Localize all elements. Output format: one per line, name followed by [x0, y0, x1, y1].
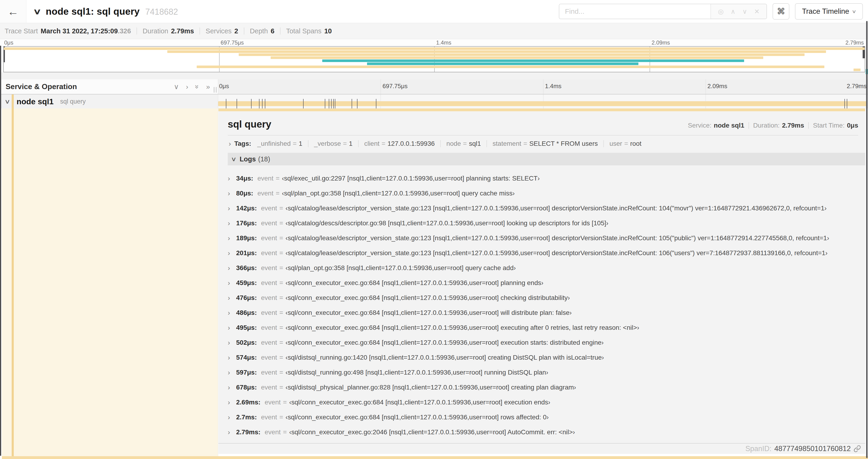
link-icon[interactable]	[854, 445, 861, 453]
log-marker	[335, 99, 335, 108]
service-operation-header: Service & Operation	[6, 82, 77, 91]
log-row[interactable]: ›459μs:event=‹sql/conn_executor_exec.go:…	[228, 275, 865, 290]
tag-value: root	[630, 140, 642, 147]
log-field-equals: =	[279, 309, 283, 317]
trace-collapse-icon[interactable]: ∨	[33, 7, 41, 16]
collapse-all-icon[interactable]: »	[193, 85, 201, 89]
detail-meta-value: node sql1	[714, 122, 744, 129]
tag-item[interactable]: _unfinished=1	[257, 140, 302, 147]
chevron-right-icon[interactable]: ›	[229, 140, 231, 147]
summary-item-suffix: .326	[118, 27, 131, 35]
chevron-right-icon[interactable]: ›	[228, 189, 236, 197]
log-row[interactable]: ›34μs:event=‹sql/exec_util.go:2297 [nsql…	[228, 171, 865, 186]
minimap-span-bar	[197, 66, 825, 68]
log-field-equals: =	[279, 414, 283, 421]
chevron-right-icon[interactable]: ›	[228, 279, 236, 287]
chevron-right-icon[interactable]: ›	[228, 174, 236, 183]
chevron-right-icon[interactable]: ›	[228, 324, 236, 332]
divider	[280, 28, 280, 35]
divider	[603, 140, 604, 147]
locate-icon[interactable]: ◎	[718, 8, 723, 15]
chevron-right-icon[interactable]: ›	[228, 398, 236, 406]
trace-summary-bar: Trace StartMarch 31 2022, 17:25:09.326Du…	[0, 23, 868, 39]
log-timestamp: 486μs:	[236, 309, 257, 317]
timeline-left-scrubber-line[interactable]	[0, 46, 1, 456]
chevron-right-icon[interactable]: ›	[228, 264, 236, 272]
chevron-right-icon[interactable]: ›	[228, 204, 236, 212]
log-row[interactable]: ›678μs:event=‹sql/distsql_physical_plann…	[228, 380, 865, 395]
clear-find-icon[interactable]: ✕	[754, 8, 760, 15]
back-button[interactable]: ←	[0, 0, 26, 23]
tag-item[interactable]: client=127.0.0.1:59936	[364, 140, 435, 147]
chevron-right-icon[interactable]: ›	[228, 249, 236, 257]
expand-one-icon[interactable]: ›	[186, 83, 188, 91]
tag-item[interactable]: node=sql1	[446, 140, 481, 147]
chevron-right-icon[interactable]: ›	[228, 309, 236, 317]
divider	[748, 122, 749, 129]
span-timeline-cell[interactable]	[218, 94, 868, 108]
log-row[interactable]: ›80μs:event=‹sql/plan_opt.go:358 [nsql1,…	[228, 186, 865, 201]
span-name-cell[interactable]: ∨ node sql1 sql query	[0, 94, 218, 108]
prev-match-icon[interactable]: ∧	[731, 8, 736, 15]
keyboard-shortcuts-button[interactable]: ⌘	[773, 3, 789, 20]
ruler-tick-label: 0μs	[4, 39, 13, 46]
trace-view-selector[interactable]: Trace Timeline ∨	[795, 3, 863, 20]
vertical-scrollbar[interactable]	[866, 21, 868, 458]
tag-item[interactable]: statement=SELECT * FROM users	[493, 140, 598, 147]
log-field-value: ‹sql/distsql_running.go:498 [nsql1,clien…	[286, 369, 548, 376]
find-input[interactable]	[559, 4, 711, 19]
chevron-right-icon[interactable]: ›	[228, 428, 236, 436]
span-duration-bar[interactable]	[218, 101, 867, 106]
span-collapse-icon[interactable]: ∨	[4, 98, 10, 105]
log-timestamp: 476μs:	[236, 294, 257, 302]
minimap-span-bar	[239, 54, 804, 56]
log-row[interactable]: ›597μs:event=‹sql/distsql_running.go:498…	[228, 365, 865, 380]
log-row[interactable]: ›201μs:event=‹sql/catalog/lease/descript…	[228, 245, 865, 261]
log-row[interactable]: ›189μs:event=‹sql/catalog/lease/descript…	[228, 231, 865, 245]
log-row[interactable]: ›176μs:event=‹sql/catalog/descs/descript…	[228, 216, 865, 231]
log-row[interactable]: ›2.7ms:event=‹sql/conn_executor_exec.go:…	[228, 410, 865, 425]
tags-label[interactable]: Tags:	[234, 140, 251, 147]
log-field-key: event	[265, 399, 281, 406]
next-match-icon[interactable]: ∨	[742, 8, 747, 15]
log-field-key: event	[261, 264, 277, 272]
trace-minimap[interactable]	[3, 46, 865, 72]
log-marker	[325, 99, 325, 108]
log-row[interactable]: ›495μs:event=‹sql/conn_executor_exec.go:…	[228, 320, 865, 335]
log-row[interactable]: ›486μs:event=‹sql/conn_executor_exec.go:…	[228, 305, 865, 320]
chevron-right-icon[interactable]: ›	[228, 339, 236, 347]
chevron-right-icon[interactable]: ›	[228, 368, 236, 376]
log-field-value: ‹sql/plan_opt.go:358 [nsql1,client=127.0…	[286, 264, 516, 272]
log-row[interactable]: ›502μs:event=‹sql/conn_executor_exec.go:…	[228, 335, 865, 350]
tag-key: _unfinished	[257, 140, 291, 147]
tag-item[interactable]: _verbose=1	[314, 140, 352, 147]
log-field-key: event	[261, 414, 277, 421]
log-field-key: event	[261, 309, 277, 317]
detail-left-column	[2, 108, 218, 456]
log-row[interactable]: ›2.79ms:event=‹sql/conn_executor_exec.go…	[228, 425, 865, 440]
chevron-right-icon[interactable]: ›	[228, 294, 236, 302]
detail-meta-label: Duration:	[753, 122, 780, 129]
log-rows: ›34μs:event=‹sql/exec_util.go:2297 [nsql…	[228, 165, 865, 440]
log-row[interactable]: ›366μs:event=‹sql/plan_opt.go:358 [nsql1…	[228, 261, 865, 275]
chevron-right-icon[interactable]: ›	[228, 234, 236, 242]
tag-value: SELECT * FROM users	[529, 140, 598, 147]
tags-row[interactable]: › Tags: _unfinished=1_verbose=1client=12…	[229, 140, 858, 147]
column-resize-grip[interactable]	[214, 87, 217, 93]
log-row[interactable]: ›574μs:event=‹sql/distsql_running.go:142…	[228, 350, 865, 365]
command-icon: ⌘	[777, 6, 785, 16]
logs-header[interactable]: ∨ Logs (18)	[228, 153, 865, 165]
chevron-right-icon[interactable]: ›	[228, 384, 236, 391]
tag-equals: =	[293, 140, 297, 147]
log-row[interactable]: ›2.69ms:event=‹sql/conn_executor_exec.go…	[228, 395, 865, 410]
tag-item[interactable]: user=root	[610, 140, 642, 147]
ruler-tick-label: 1.4ms	[545, 83, 562, 90]
log-row[interactable]: ›476μs:event=‹sql/conn_executor_exec.go:…	[228, 290, 865, 305]
chevron-right-icon[interactable]: ›	[228, 413, 236, 421]
chevron-right-icon[interactable]: ›	[228, 219, 236, 227]
top-bar: ← ∨ node sql1: sql query 7418682 ◎∧∨✕ ⌘ …	[0, 0, 868, 23]
chevron-right-icon[interactable]: ›	[228, 354, 236, 362]
collapse-one-icon[interactable]: ∨	[174, 83, 179, 91]
expand-all-icon[interactable]: »	[206, 83, 210, 91]
log-row[interactable]: ›142μs:event=‹sql/catalog/lease/descript…	[228, 201, 865, 216]
